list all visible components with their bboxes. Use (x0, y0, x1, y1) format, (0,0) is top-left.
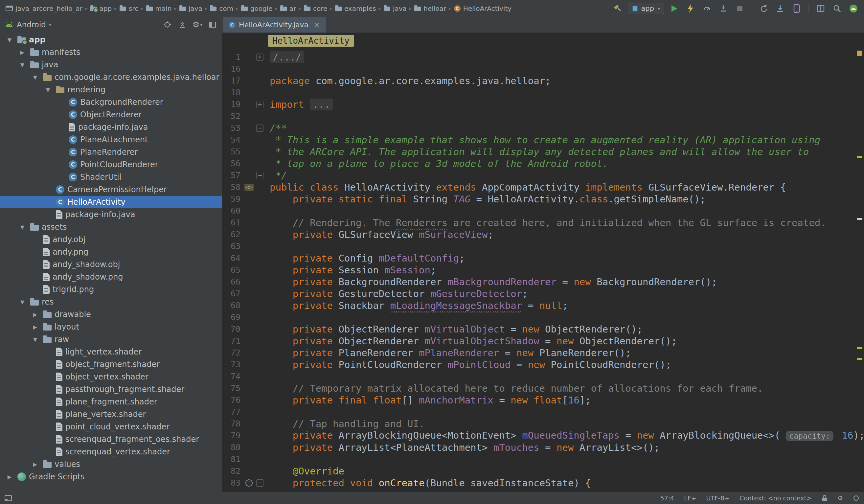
code-line-19[interactable]: 19+import ... (222, 98, 864, 110)
code-line-55[interactable]: 55 * the ARCore API. The application wil… (222, 146, 864, 158)
code-line-65[interactable]: 65 private Session mSession; (222, 264, 864, 276)
project-view-selector[interactable]: Android ▾ (17, 20, 51, 29)
code-line-18[interactable]: 18 (222, 87, 864, 98)
tree-item-ObjectRenderer[interactable]: CObjectRenderer (0, 108, 222, 121)
tree-item-ShaderUtil[interactable]: CShaderUtil (0, 171, 222, 183)
code-line-17[interactable]: 17package com.google.ar.core.examples.ja… (222, 75, 864, 87)
chevron-down-icon[interactable]: ▼ (30, 74, 40, 81)
code-line-54[interactable]: 54 * This is a simple example that shows… (222, 134, 864, 146)
tree-item-PlaneRenderer[interactable]: CPlaneRenderer (0, 146, 222, 158)
tree-item-drawable[interactable]: ▶drawable (0, 308, 222, 321)
readonly-lock-icon[interactable] (821, 494, 828, 502)
tree-item-BackgroundRenderer[interactable]: CBackgroundRenderer (0, 96, 222, 108)
background-process-icon[interactable]: ⚙ (837, 495, 843, 501)
editor-tab[interactable]: C HelloArActivity.java × (223, 17, 326, 33)
attach-debugger-icon[interactable] (717, 2, 730, 15)
chevron-right-icon[interactable]: ▶ (30, 324, 40, 330)
code-line-59[interactable]: 59 private static final String TAG = Hel… (222, 193, 864, 205)
fold-collapse-icon[interactable]: − (256, 124, 263, 132)
code-line-77[interactable]: 77 (222, 406, 864, 418)
tree-item-raw[interactable]: ▼raw (0, 333, 222, 346)
code-line-80[interactable]: 80 private ArrayList<PlaneAttachment> mT… (222, 442, 864, 453)
code-line-72[interactable]: 72 private PlaneRenderer mPlaneRenderer … (222, 347, 864, 359)
tree-item-PointCloudRenderer[interactable]: CPointCloudRenderer (0, 158, 222, 171)
tree-item-trigrid.png[interactable]: trigrid.png (0, 283, 222, 296)
tree-item-point_cloud_vertex.shader[interactable]: point_cloud_vertex.shader (0, 421, 222, 433)
code-line-83[interactable]: 83↑− protected void onCreate(Bundle save… (222, 477, 864, 489)
chevron-down-icon[interactable]: ▼ (17, 224, 27, 230)
fold-collapse-icon[interactable]: − (256, 172, 263, 179)
line-ending-selector[interactable]: LF÷ (684, 494, 696, 502)
chevron-down-icon[interactable]: ▼ (17, 62, 27, 68)
code-line-60[interactable]: 60 (222, 205, 864, 217)
tree-item-package-info.java[interactable]: package-info.java (0, 121, 222, 133)
error-stripe-mark[interactable] (857, 156, 862, 158)
code-line-75[interactable]: 75 // Temporary matrix allocated here to… (222, 382, 864, 394)
tree-item-andy_shadow.png[interactable]: andy_shadow.png (0, 271, 222, 283)
tree-item-plane_fragment.shader[interactable]: plane_fragment.shader (0, 396, 222, 408)
breadcrumb-item-ar[interactable]: ar (279, 4, 298, 13)
locate-file-icon[interactable] (163, 20, 172, 29)
breadcrumb-item-examples[interactable]: examples (334, 4, 378, 13)
breadcrumb-item-main[interactable]: main (145, 4, 173, 13)
code-line-16[interactable]: 16 (222, 63, 864, 75)
code-line-81[interactable]: 81 (222, 453, 864, 465)
tree-item-package-info.java[interactable]: package-info.java (0, 208, 222, 221)
collapse-all-icon[interactable] (178, 20, 187, 29)
sync-project-icon[interactable] (757, 2, 770, 15)
chevron-down-icon[interactable]: ▼ (17, 299, 27, 305)
tree-item-CameraPermissionHelper[interactable]: CCameraPermissionHelper (0, 183, 222, 196)
apply-changes-icon[interactable] (684, 2, 697, 15)
breadcrumb-item-java[interactable]: java (382, 4, 408, 13)
chevron-down-icon[interactable]: ▼ (43, 87, 53, 93)
tree-item-screenquad_vertex.shader[interactable]: screenquad_vertex.shader (0, 445, 222, 458)
editor-breadcrumb-class[interactable]: HelloArActivity (268, 35, 354, 47)
assistant-android-icon[interactable] (847, 2, 860, 15)
code-line-82[interactable]: 82 @Override (222, 465, 864, 477)
error-stripe-mark[interactable] (857, 218, 862, 220)
fold-expand-icon[interactable]: + (256, 53, 263, 61)
breadcrumb-item-google[interactable]: google (240, 4, 274, 13)
tree-item-object_fragment.shader[interactable]: object_fragment.shader (0, 358, 222, 371)
search-everywhere-icon[interactable] (830, 2, 844, 15)
code-line-61[interactable]: 61 // Rendering. The Renderers are creat… (222, 217, 864, 229)
breadcrumb-item-HelloArActivity[interactable]: CHelloArActivity (452, 4, 513, 13)
build-hammer-icon[interactable] (611, 2, 624, 15)
tree-item-screenquad_fragment_oes.shader[interactable]: screenquad_fragment_oes.shader (0, 433, 222, 445)
tree-item-res[interactable]: ▼res (0, 296, 222, 308)
tree-item-com.google.ar.core.examples.java.helloar[interactable]: ▼com.google.ar.core.examples.java.helloa… (0, 71, 222, 83)
breadcrumb-item-com[interactable]: com (208, 4, 235, 13)
encoding-selector[interactable]: UTF-8÷ (706, 494, 730, 502)
inspection-status-indicator[interactable] (857, 51, 862, 56)
run-button[interactable] (668, 2, 681, 15)
chevron-down-icon[interactable]: ▼ (30, 336, 40, 343)
event-log-icon[interactable] (853, 495, 860, 501)
tree-item-andy.png[interactable]: andy.png (0, 246, 222, 258)
code-line-70[interactable]: 70 private ObjectRenderer mVirtualObject… (222, 323, 864, 335)
error-stripe-mark[interactable] (857, 358, 862, 360)
breadcrumb-item-helloar[interactable]: helloar (412, 4, 448, 13)
chevron-right-icon[interactable]: ▶ (17, 49, 27, 56)
tree-item-light_vertex.shader[interactable]: light_vertex.shader (0, 346, 222, 358)
chevron-down-icon[interactable]: ▼ (4, 37, 14, 43)
tree-item-object_vertex.shader[interactable]: object_vertex.shader (0, 371, 222, 383)
sdk-manager-icon[interactable] (774, 2, 787, 15)
code-line-1[interactable]: 1+/.../ (222, 51, 864, 63)
code-line-69[interactable]: 69 (222, 311, 864, 323)
code-line-64[interactable]: 64 private Config mDefaultConfig; (222, 252, 864, 264)
code-line-78[interactable]: 78 // Tap handling and UI. (222, 418, 864, 430)
code-line-66[interactable]: 66 private BackgroundRenderer mBackgroun… (222, 276, 864, 288)
hide-panel-icon[interactable] (208, 20, 217, 29)
tree-item-plane_vertex.shader[interactable]: plane_vertex.shader (0, 408, 222, 421)
device-manager-icon[interactable] (790, 2, 803, 15)
code-line-74[interactable]: 74 (222, 371, 864, 382)
toolwindow-switcher-icon[interactable] (4, 495, 12, 501)
tree-item-app[interactable]: ▼app (0, 34, 222, 46)
code-line-68[interactable]: 68 private Snackbar mLoadingMessageSnack… (222, 300, 864, 311)
context-widget[interactable]: Context: <no context> (740, 494, 812, 502)
overriding-method-icon[interactable]: ↑ (245, 479, 253, 487)
code-line-52[interactable]: 52 (222, 110, 864, 122)
run-config-selector[interactable]: app ▾ (628, 3, 664, 14)
breadcrumb-item-src[interactable]: src (118, 4, 140, 13)
code-line-71[interactable]: 71 private ObjectRenderer mVirtualObject… (222, 335, 864, 347)
